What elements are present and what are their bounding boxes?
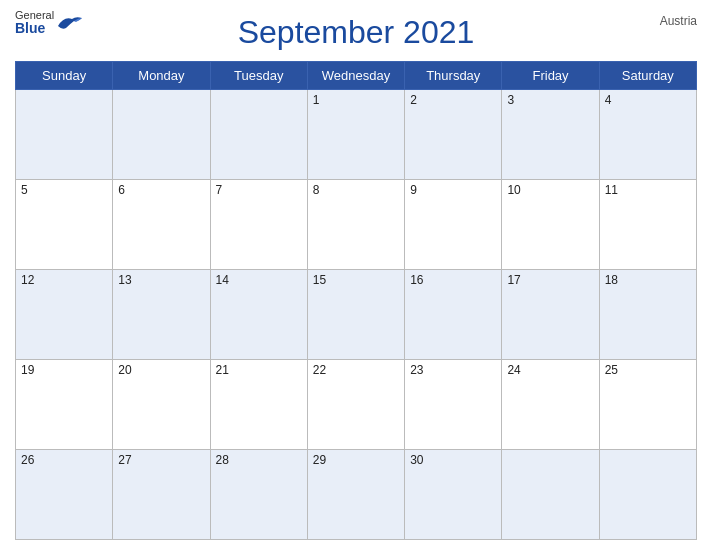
table-row: 4: [599, 90, 696, 180]
table-row: 20: [113, 360, 210, 450]
header-friday: Friday: [502, 62, 599, 90]
table-row: [16, 90, 113, 180]
day-number: 7: [216, 183, 223, 197]
day-number: 5: [21, 183, 28, 197]
logo-bird-icon: [56, 14, 84, 32]
weekday-header-row: Sunday Monday Tuesday Wednesday Thursday…: [16, 62, 697, 90]
table-row: 22: [307, 360, 404, 450]
logo-blue: Blue: [15, 21, 54, 35]
table-row: 15: [307, 270, 404, 360]
day-number: 10: [507, 183, 520, 197]
calendar-week-row: 19202122232425: [16, 360, 697, 450]
table-row: 2: [405, 90, 502, 180]
day-number: 16: [410, 273, 423, 287]
day-number: 2: [410, 93, 417, 107]
day-number: 1: [313, 93, 320, 107]
day-number: 14: [216, 273, 229, 287]
table-row: 16: [405, 270, 502, 360]
table-row: 10: [502, 180, 599, 270]
day-number: 6: [118, 183, 125, 197]
table-row: 13: [113, 270, 210, 360]
table-row: 21: [210, 360, 307, 450]
calendar-table: Sunday Monday Tuesday Wednesday Thursday…: [15, 61, 697, 540]
header-tuesday: Tuesday: [210, 62, 307, 90]
day-number: 3: [507, 93, 514, 107]
table-row: 30: [405, 450, 502, 540]
calendar-page: General Blue September 2021 Austria Sund…: [0, 0, 712, 550]
table-row: 11: [599, 180, 696, 270]
day-number: 4: [605, 93, 612, 107]
day-number: 15: [313, 273, 326, 287]
table-row: 1: [307, 90, 404, 180]
header-sunday: Sunday: [16, 62, 113, 90]
day-number: 23: [410, 363, 423, 377]
table-row: 27: [113, 450, 210, 540]
header-wednesday: Wednesday: [307, 62, 404, 90]
calendar-week-row: 12131415161718: [16, 270, 697, 360]
calendar-week-row: 2627282930: [16, 450, 697, 540]
calendar-week-row: 567891011: [16, 180, 697, 270]
table-row: 25: [599, 360, 696, 450]
day-number: 29: [313, 453, 326, 467]
header-monday: Monday: [113, 62, 210, 90]
calendar-header: General Blue September 2021 Austria: [15, 10, 697, 55]
table-row: 7: [210, 180, 307, 270]
country-label: Austria: [660, 14, 697, 28]
table-row: 19: [16, 360, 113, 450]
day-number: 26: [21, 453, 34, 467]
header-thursday: Thursday: [405, 62, 502, 90]
day-number: 9: [410, 183, 417, 197]
logo: General Blue: [15, 10, 84, 35]
day-number: 8: [313, 183, 320, 197]
day-number: 18: [605, 273, 618, 287]
table-row: 29: [307, 450, 404, 540]
day-number: 25: [605, 363, 618, 377]
table-row: 23: [405, 360, 502, 450]
table-row: 18: [599, 270, 696, 360]
calendar-week-row: 1234: [16, 90, 697, 180]
day-number: 12: [21, 273, 34, 287]
day-number: 30: [410, 453, 423, 467]
day-number: 28: [216, 453, 229, 467]
table-row: [599, 450, 696, 540]
day-number: 24: [507, 363, 520, 377]
day-number: 21: [216, 363, 229, 377]
day-number: 13: [118, 273, 131, 287]
page-title: September 2021: [238, 14, 475, 51]
table-row: 5: [16, 180, 113, 270]
table-row: [502, 450, 599, 540]
table-row: 17: [502, 270, 599, 360]
day-number: 19: [21, 363, 34, 377]
day-number: 11: [605, 183, 618, 197]
table-row: 6: [113, 180, 210, 270]
table-row: 8: [307, 180, 404, 270]
table-row: 12: [16, 270, 113, 360]
table-row: 14: [210, 270, 307, 360]
day-number: 27: [118, 453, 131, 467]
table-row: 28: [210, 450, 307, 540]
table-row: 24: [502, 360, 599, 450]
day-number: 20: [118, 363, 131, 377]
table-row: [210, 90, 307, 180]
day-number: 22: [313, 363, 326, 377]
table-row: [113, 90, 210, 180]
table-row: 9: [405, 180, 502, 270]
table-row: 26: [16, 450, 113, 540]
day-number: 17: [507, 273, 520, 287]
header-saturday: Saturday: [599, 62, 696, 90]
table-row: 3: [502, 90, 599, 180]
